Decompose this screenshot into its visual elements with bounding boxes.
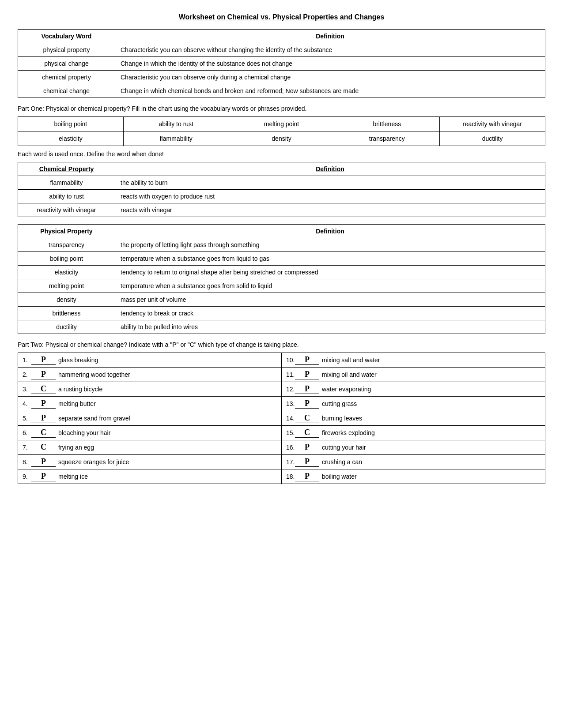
item-number: 11. [286, 371, 295, 378]
vocab-col2-header: Definition [115, 30, 545, 43]
part-two-item: 6.Cbleaching your hair [18, 426, 281, 440]
part-two-item: 10.Pmixing salt and water [282, 353, 545, 368]
chemical-row: reactivity with vinegarreacts with vineg… [18, 203, 545, 217]
item-number: 16. [286, 444, 295, 451]
item-number: 9. [23, 473, 31, 480]
part-two-item: 15.Cfireworks exploding [282, 426, 545, 440]
part-two-grid: 1.Pglass breaking2.Phammering wood toget… [18, 353, 545, 484]
part-two-right-col: 10.Pmixing salt and water11.Pmixing oil … [282, 353, 545, 484]
each-word-note: Each word is used once. Define the word … [18, 150, 545, 158]
chemical-word: ability to rust [18, 190, 115, 203]
chemical-definition: the ability to burn [115, 176, 545, 190]
item-number: 7. [23, 444, 31, 451]
vocab-word: chemical change [18, 84, 115, 98]
item-number: 18. [286, 473, 295, 480]
item-text: squeeze oranges for juice [58, 458, 129, 465]
chemical-row: flammabilitythe ability to burn [18, 176, 545, 190]
item-number: 4. [23, 400, 31, 407]
item-text: melting butter [58, 400, 96, 407]
item-text: hammering wood together [58, 371, 130, 378]
physical-row: boiling pointtemperature when a substanc… [18, 252, 545, 266]
chemical-table: Chemical Property Definition flammabilit… [18, 162, 545, 217]
physical-row: melting pointtemperature when a substanc… [18, 279, 545, 293]
part-two-item: 2.Phammering wood together [18, 368, 281, 382]
word-bank-cell: elasticity [18, 131, 124, 146]
item-number: 8. [23, 458, 31, 465]
item-text: water evaporating [322, 386, 371, 393]
item-answer: P [31, 355, 56, 365]
item-number: 12. [286, 386, 295, 393]
physical-row: brittlenesstendency to break or crack [18, 307, 545, 320]
physical-definition: tendency to break or crack [115, 307, 545, 320]
physical-definition: the property of letting light pass throu… [115, 238, 545, 252]
part-one-title: Part One: Physical or chemical property?… [18, 105, 545, 112]
part-two-item: 3.Ca rusting bicycle [18, 382, 281, 397]
vocab-row: physical changeChange in which the ident… [18, 57, 545, 71]
item-number: 2. [23, 371, 31, 378]
word-bank-row: elasticityflammabilitydensitytransparenc… [18, 131, 545, 146]
vocab-definition: Change in which chemical bonds and broke… [115, 84, 545, 98]
item-number: 10. [286, 356, 295, 364]
physical-row: elasticitytendency to return to original… [18, 266, 545, 279]
part-two-item: 14.Cburning leaves [282, 411, 545, 426]
item-text: cutting your hair [322, 444, 366, 451]
item-number: 5. [23, 415, 31, 422]
word-bank-cell: flammability [123, 131, 229, 146]
word-bank-cell: transparency [334, 131, 440, 146]
physical-definition: ability to be pulled into wires [115, 320, 545, 334]
word-bank-table: boiling pointability to rustmelting poin… [18, 116, 545, 146]
part-two-title: Part Two: Physical or chemical change? I… [18, 341, 545, 348]
physical-word: ductility [18, 320, 115, 334]
vocab-table: Vocabulary Word Definition physical prop… [18, 29, 545, 98]
chemical-col1-header: Chemical Property [18, 162, 115, 176]
item-answer: C [295, 413, 319, 423]
part-two-left-col: 1.Pglass breaking2.Phammering wood toget… [18, 353, 282, 484]
item-answer: C [295, 428, 319, 438]
item-answer: P [31, 399, 56, 409]
part-two-item: 1.Pglass breaking [18, 353, 281, 368]
part-two-item: 16.Pcutting your hair [282, 440, 545, 455]
part-two-item: 17.Pcrushing a can [282, 455, 545, 469]
item-number: 17. [286, 458, 295, 465]
vocab-col1-header: Vocabulary Word [18, 30, 115, 43]
physical-col2-header: Definition [115, 225, 545, 238]
vocab-row: physical propertyCharacteristic you can … [18, 43, 545, 57]
item-answer: P [31, 413, 56, 423]
vocab-word: physical property [18, 43, 115, 57]
item-answer: P [31, 457, 56, 467]
item-number: 1. [23, 356, 31, 364]
item-number: 15. [286, 429, 295, 436]
item-answer: P [31, 370, 56, 379]
part-two-item: 5.Pseparate sand from gravel [18, 411, 281, 426]
part-two-item: 8.Psqueeze oranges for juice [18, 455, 281, 469]
part-two-item: 9.Pmelting ice [18, 469, 281, 484]
physical-row: ductilityability to be pulled into wires [18, 320, 545, 334]
chemical-row: ability to rustreacts with oxygen to pro… [18, 190, 545, 203]
item-text: crushing a can [322, 458, 362, 465]
vocab-word: physical change [18, 57, 115, 71]
item-number: 13. [286, 400, 295, 407]
page-title: Worksheet on Chemical vs. Physical Prope… [18, 13, 545, 21]
part-two-item: 11.Pmixing oil and water [282, 368, 545, 382]
item-text: glass breaking [58, 356, 98, 364]
vocab-definition: Characteristic you can observe without c… [115, 43, 545, 57]
physical-word: density [18, 293, 115, 307]
chemical-definition: reacts with oxygen to produce rust [115, 190, 545, 203]
physical-word: boiling point [18, 252, 115, 266]
chemical-col2-header: Definition [115, 162, 545, 176]
item-text: melting ice [58, 473, 88, 480]
item-text: frying an egg [58, 444, 94, 451]
word-bank-cell: density [229, 131, 334, 146]
vocab-word: chemical property [18, 71, 115, 84]
physical-definition: temperature when a substance goes from l… [115, 252, 545, 266]
word-bank-cell: brittleness [334, 117, 440, 131]
vocab-definition: Characteristic you can observe only duri… [115, 71, 545, 84]
item-answer: P [295, 457, 319, 467]
chemical-word: flammability [18, 176, 115, 190]
chemical-definition: reacts with vinegar [115, 203, 545, 217]
item-answer: P [295, 472, 319, 481]
item-answer: P [295, 355, 319, 365]
item-answer: P [31, 472, 56, 481]
physical-word: brittleness [18, 307, 115, 320]
item-text: a rusting bicycle [58, 386, 102, 393]
